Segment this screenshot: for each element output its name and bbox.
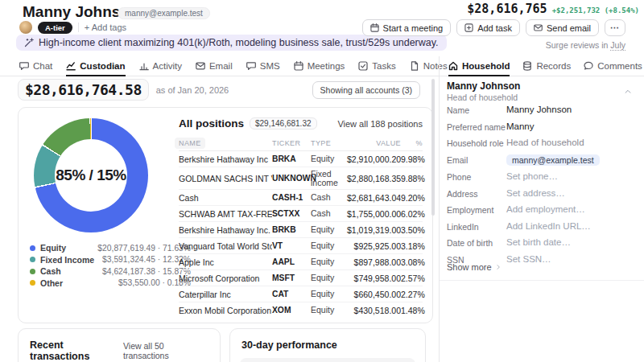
table-row[interactable]: Vanguard Total World Stock In… VT Equity… (179, 238, 423, 254)
column-header-value[interactable]: VALUE (347, 139, 401, 147)
table-row[interactable]: Apple Inc AAPL Equity $897,988.00 3.08% (179, 254, 423, 270)
accounts-filter-button[interactable]: Showing all accounts (3) (312, 81, 420, 99)
tab-records[interactable]: Records (522, 56, 571, 76)
table-row[interactable]: Berkshire Hathaway Inc BRKA Equity $2,91… (179, 151, 423, 167)
tab-chat[interactable]: Chat (19, 56, 52, 76)
tab-comments-label: Comments (597, 61, 642, 71)
column-header-name[interactable]: NAME (179, 139, 272, 147)
position-type: Equity (311, 290, 347, 298)
position-ticker: MSFT (272, 274, 311, 282)
legend-label: Other (40, 278, 63, 288)
position-pct: 3.18% (401, 241, 423, 251)
tab-email[interactable]: Email (196, 56, 233, 76)
table-row[interactable]: SCHWAB AMT TAX-FREE MO… SCTXX Cash $1,75… (179, 206, 423, 222)
position-ticker: BRKA (272, 154, 311, 163)
view-all-positions-link[interactable]: View all 188 positions (337, 119, 423, 129)
chat-icon (246, 61, 256, 71)
position-name: Caterpillar Inc (179, 290, 272, 299)
position-value: $430,518.00 (347, 306, 401, 315)
surge-note-link[interactable]: July (610, 40, 625, 51)
position-type: Fixed income (311, 170, 347, 187)
position-ticker: CASH-1 (272, 193, 311, 202)
position-value: $660,450.00 (347, 290, 401, 299)
field-value[interactable]: Set SSN… (506, 254, 551, 264)
position-pct: 2.27% (401, 290, 423, 299)
field-row-address: Address Set address… (447, 188, 636, 199)
collapse-section-button[interactable] (624, 84, 632, 99)
magic-wand-icon (24, 38, 34, 47)
table-row[interactable]: Exxon Mobil Corporation XOM Equity $430,… (179, 302, 423, 318)
position-name: Vanguard Total World Stock In… (179, 241, 272, 251)
position-value: $1,019,319.00 (347, 225, 401, 235)
position-type: Equity (311, 154, 347, 163)
bar-chart-icon (139, 61, 149, 71)
position-value: $925,925.00 (347, 241, 401, 251)
table-row[interactable]: Berkshire Hathaway Inc. Class… BRKB Equi… (179, 222, 423, 238)
add-task-button[interactable]: Add task (456, 19, 520, 36)
field-value[interactable]: Set address… (506, 188, 565, 198)
table-row[interactable]: Microsoft Corporation MSFT Equity $749,9… (179, 270, 423, 286)
field-label: Household role (447, 138, 506, 148)
allocation-legend: Equity $20,877,619.49 · 71.63% Fixed Inc… (30, 243, 191, 290)
tab-activity-label: Activity (153, 61, 182, 71)
column-header-ticker[interactable]: TICKER (272, 139, 311, 147)
avatar (19, 21, 32, 34)
envelope-icon (196, 61, 205, 71)
table-row[interactable]: GOLDMAN SACHS INT VAR 2… UNKNOWN Fixed i… (179, 167, 423, 190)
tier-badge[interactable]: A-tier (38, 22, 72, 34)
member-role: Head of household (447, 93, 634, 102)
surge-note-text: Surge reviews in (546, 40, 609, 50)
tab-meetings[interactable]: Meetings (294, 56, 345, 76)
position-value: $2,880,168.35 (347, 174, 401, 183)
view-all-transactions-link[interactable]: View all 50 transactions (123, 341, 209, 360)
table-row[interactable]: Caterpillar Inc CAT Equity $660,450.00 2… (179, 286, 423, 302)
field-label: Address (447, 188, 506, 199)
tab-tasks-label: Tasks (372, 61, 395, 71)
position-type: Equity (311, 274, 347, 282)
field-value[interactable]: Add employment… (506, 204, 585, 214)
column-header-type[interactable]: TYPE (311, 139, 347, 147)
field-value[interactable]: Manny Johnson (506, 105, 572, 114)
field-value-email-badge[interactable]: manny@example.test (506, 154, 600, 166)
field-value[interactable]: Add LinkedIn URL… (506, 221, 591, 231)
field-value[interactable]: Set birth date… (506, 237, 571, 247)
field-label: Employment (447, 204, 506, 215)
position-name: Berkshire Hathaway Inc. Class… (179, 225, 272, 235)
panel-scrollbar[interactable] (431, 79, 435, 216)
position-ticker: CAT (272, 290, 311, 298)
tab-sms[interactable]: SMS (246, 56, 280, 76)
position-ticker: SCTXX (272, 209, 311, 218)
field-value[interactable]: Manny (506, 121, 535, 131)
member-name: Manny Johnson (447, 80, 634, 92)
position-name: Microsoft Corporation (179, 274, 272, 283)
total-value: $28,616,765 (467, 2, 547, 16)
position-name: Exxon Mobil Corporation (179, 306, 272, 315)
tab-household[interactable]: Household (448, 56, 510, 76)
field-label: Date of birth (447, 237, 506, 248)
tab-custodian[interactable]: Custodian (66, 56, 125, 76)
tab-activity[interactable]: Activity (139, 56, 182, 76)
legend-item: Equity $20,877,619.49 · 71.63% (30, 243, 191, 253)
position-name: Berkshire Hathaway Inc (179, 154, 272, 164)
field-value[interactable]: Head of household (506, 138, 584, 147)
add-tags-button[interactable]: + Add tags (85, 23, 126, 32)
field-value[interactable]: Set phone… (506, 171, 558, 181)
tab-comments[interactable]: Comments (584, 56, 642, 76)
column-header-pct[interactable]: % (401, 139, 423, 147)
more-actions-button[interactable]: ⋯ (605, 19, 625, 36)
tab-tasks[interactable]: Tasks (358, 56, 395, 76)
legend-dot-cash (30, 269, 35, 274)
client-email-badge[interactable]: manny@example.test (118, 7, 210, 19)
tab-household-label: Household (462, 61, 510, 71)
field-row-household-role: Household role Head of household (447, 138, 636, 148)
show-more-button[interactable]: Show more (447, 262, 502, 272)
legend-item: Other $53,550.00 · 0.18% (30, 278, 191, 288)
table-row[interactable]: Cash CASH-1 Cash $2,681,643.04 9.20% (179, 190, 423, 206)
add-task-label: Add task (477, 23, 512, 33)
send-email-button[interactable]: Send email (526, 19, 599, 36)
tab-records-label: Records (536, 61, 571, 71)
client-meta: A-tier + Add tags (19, 21, 126, 34)
start-meeting-button[interactable]: Start a meeting (362, 19, 452, 36)
field-label: Preferred name (447, 121, 506, 132)
legend-value: $4,624,187.38 · 15.87% (102, 267, 191, 276)
